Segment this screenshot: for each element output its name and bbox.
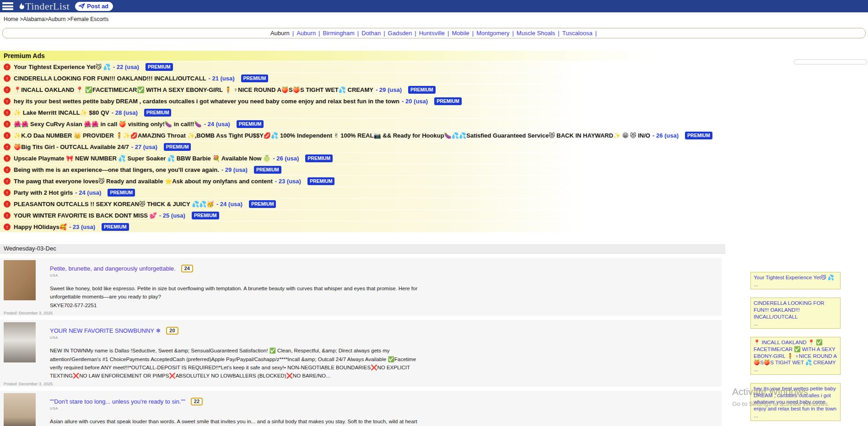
premium-badge[interactable]: PREMIUM bbox=[254, 166, 281, 174]
up-arrow-icon: ↑ bbox=[4, 132, 11, 139]
sidebar-ad: hey its your best wettes petite baby DRE… bbox=[750, 383, 841, 421]
premium-badge[interactable]: PREMIUM bbox=[144, 109, 172, 117]
city-link[interactable]: Tuscaloosa bbox=[562, 30, 593, 37]
premium-ad-title[interactable]: ✨K.O Daa NUMBER 👑 PROVIDER 🧍✨💋AMAZING Th… bbox=[14, 132, 650, 139]
paper-plane-icon bbox=[79, 3, 85, 9]
sidebar-ad-title[interactable]: hey its your best wettes petite baby DRE… bbox=[754, 386, 836, 411]
up-arrow-icon: ↑ bbox=[4, 224, 11, 230]
up-arrow-icon: ↑ bbox=[4, 75, 11, 82]
listing-title-line: YOUR NEW FAVORITE SNOWBUNNY ❄20 bbox=[50, 326, 423, 335]
premium-ad-title[interactable]: Being with me is an experience—one that … bbox=[14, 166, 219, 173]
city-link[interactable]: Huntsville bbox=[419, 30, 445, 37]
city-separator: | bbox=[595, 30, 597, 37]
premium-ad-title[interactable]: Upscale Playmate 🎀 NEW NUMBER 💦 Super So… bbox=[14, 155, 270, 162]
premium-badge[interactable]: PREMIUM bbox=[408, 86, 436, 94]
premium-ad-row: ↑Party with 2 Hot girls- 24 (usa)PREMIUM bbox=[0, 187, 723, 198]
premium-ad-title[interactable]: YOUR WINTER FAVORITE IS BACK DONT MISS 💕 bbox=[14, 212, 157, 219]
premium-badge[interactable]: PREMIUM bbox=[146, 63, 173, 71]
premium-ad-age: - 25 (usa) bbox=[159, 212, 185, 219]
city-separator: | bbox=[318, 30, 320, 37]
post-ad-button[interactable]: Post ad bbox=[75, 2, 113, 11]
sidebar-ad-more: ... bbox=[754, 366, 837, 373]
city-link[interactable]: Gadsden bbox=[388, 30, 412, 37]
up-arrow-icon: ↑ bbox=[4, 144, 11, 150]
date-header: Wednesday-03-Dec bbox=[0, 244, 725, 254]
breadcrumb-link[interactable]: Home bbox=[4, 16, 18, 22]
premium-badge[interactable]: PREMIUM bbox=[108, 189, 135, 197]
sidebar-ad: CINDERELLA LOOKING FOR FUN!!! OAKLAND!!!… bbox=[750, 298, 841, 329]
premium-badge[interactable]: PREMIUM bbox=[305, 154, 333, 162]
premium-badge[interactable]: PREMIUM bbox=[685, 132, 712, 139]
menu-icon[interactable] bbox=[2, 2, 13, 10]
breadcrumb-link[interactable]: Alabama bbox=[23, 16, 44, 22]
listing-thumbnail[interactable] bbox=[4, 393, 36, 426]
city-link[interactable]: Muscle Shoals bbox=[517, 30, 555, 37]
premium-ad-title[interactable]: 🍑Big Tits Girl - OUTCALL Available 24/7 bbox=[14, 144, 129, 150]
city-separator: | bbox=[357, 30, 359, 37]
city-link[interactable]: Dothan bbox=[361, 30, 381, 37]
listing-thumbnail[interactable] bbox=[4, 260, 36, 300]
premium-ads-section: Premium Ads ↑Your Tightest Experience Ye… bbox=[0, 51, 723, 232]
premium-ad-age: - 24 (usa) bbox=[216, 201, 243, 208]
up-arrow-icon: ↑ bbox=[4, 98, 11, 105]
country-label: USA bbox=[50, 335, 423, 340]
premium-ad-age: - 20 (usa) bbox=[402, 98, 428, 105]
city-links-bar: Auburn|Auburn|Birmingham|Dothan|Gadsden|… bbox=[2, 28, 866, 38]
city-separator: | bbox=[383, 30, 385, 37]
up-arrow-icon: ↑ bbox=[4, 121, 11, 128]
listing-title[interactable]: YOUR NEW FAVORITE SNOWBUNNY ❄ bbox=[50, 327, 161, 334]
listing-description: Sweet like honey, bold like espresso. Pe… bbox=[50, 284, 423, 309]
up-arrow-icon: ↑ bbox=[4, 166, 11, 173]
premium-badge[interactable]: PREMIUM bbox=[102, 223, 129, 231]
premium-ad-age: - 23 (usa) bbox=[275, 178, 301, 185]
premium-ad-title[interactable]: The pawg that everyone loves😼 Ready and … bbox=[14, 178, 273, 185]
premium-ad-age: - 24 (usa) bbox=[75, 189, 101, 196]
site-logo[interactable]: TinderList bbox=[18, 1, 70, 11]
premium-ad-title[interactable]: Happy HOlidays🥰 bbox=[14, 224, 67, 230]
premium-badge[interactable]: PREMIUM bbox=[237, 120, 264, 128]
premium-ad-title[interactable]: Your Tightest Experience Yet😼 💦 bbox=[14, 64, 111, 70]
premium-ad-title[interactable]: Party with 2 Hot girls bbox=[14, 189, 73, 196]
premium-ad-title[interactable]: CINDERELLA LOOKING FOR FUN!!! OAKLAND!!!… bbox=[14, 75, 206, 82]
city-link[interactable]: Montgomery bbox=[476, 30, 509, 37]
sidebar-ad-title[interactable]: CINDERELLA LOOKING FOR FUN!!! OAKLAND!!!… bbox=[754, 300, 825, 319]
up-arrow-icon: ↑ bbox=[4, 86, 11, 93]
sidebar-ad: Your Tightest Experience Yet😼 💦... bbox=[750, 272, 841, 289]
listing-title[interactable]: ""Don't stare too long... unless you're … bbox=[50, 398, 185, 405]
city-link[interactable]: Auburn bbox=[297, 30, 316, 37]
premium-ad-row: ↑🍑Big Tits Girl - OUTCALL Available 24/7… bbox=[0, 142, 723, 152]
premium-ad-title[interactable]: hey its your best wettes petite baby DRE… bbox=[14, 98, 399, 105]
breadcrumb-separator: > bbox=[45, 16, 48, 22]
premium-ad-title[interactable]: 🌺🌺 Sexy CuRvy Asian 🌺🌺 in call 🍑 visitin… bbox=[14, 121, 202, 128]
premium-ad-row: ↑hey its your best wettes petite baby DR… bbox=[0, 96, 723, 106]
breadcrumb-link[interactable]: Auburn bbox=[48, 16, 66, 22]
up-arrow-icon: ↑ bbox=[4, 178, 11, 185]
city-separator: | bbox=[558, 30, 559, 37]
up-arrow-icon: ↑ bbox=[4, 201, 11, 208]
premium-badge[interactable]: PREMIUM bbox=[164, 143, 191, 151]
breadcrumb-separator: > bbox=[18, 16, 23, 22]
up-arrow-icon: ↑ bbox=[4, 109, 11, 116]
premium-badge[interactable]: PREMIUM bbox=[249, 200, 276, 208]
premium-ad-title[interactable]: 📍INCALL OAKLAND 📍 ✅FACETIME/CAR✅ WITH A … bbox=[14, 86, 373, 93]
sidebar-ad-title[interactable]: 📍 INCALL OAKLAND 📍 ✅ FACETIME/CAR ✅ WITH… bbox=[754, 340, 837, 365]
premium-badge[interactable]: PREMIUM bbox=[241, 75, 269, 82]
premium-ad-row: ↑Upscale Playmate 🎀 NEW NUMBER 💦 Super S… bbox=[0, 153, 723, 164]
city-link[interactable]: Mobile bbox=[452, 30, 469, 37]
premium-badge[interactable]: PREMIUM bbox=[434, 97, 462, 105]
age-badge: 20 bbox=[166, 327, 178, 335]
city-link[interactable]: Birmingham bbox=[323, 30, 355, 37]
premium-ad-age: - 29 (usa) bbox=[221, 166, 248, 173]
site-title: TinderList bbox=[25, 1, 70, 11]
premium-badge[interactable]: PREMIUM bbox=[307, 177, 335, 185]
breadcrumb-link[interactable]: Female Escorts bbox=[70, 16, 108, 22]
listing-thumbnail[interactable] bbox=[4, 322, 36, 362]
listing-title[interactable]: Petite, brunette, and dangerously unforg… bbox=[50, 265, 176, 272]
floating-scrollbar[interactable] bbox=[794, 59, 867, 64]
premium-ad-title[interactable]: ✨ Lake Merritt INCALL✨ $80 QV bbox=[14, 109, 109, 116]
listing-body: Petite, brunette, and dangerously unforg… bbox=[50, 260, 423, 309]
premium-badge[interactable]: PREMIUM bbox=[192, 212, 219, 219]
premium-ad-title[interactable]: PLEASANTON OUTCALLS !! SEXY KOREAN😻 THIC… bbox=[14, 201, 214, 208]
sidebar-ad-more: ... bbox=[754, 281, 837, 288]
sidebar-ad-title[interactable]: Your Tightest Experience Yet😼 💦 bbox=[754, 275, 834, 280]
